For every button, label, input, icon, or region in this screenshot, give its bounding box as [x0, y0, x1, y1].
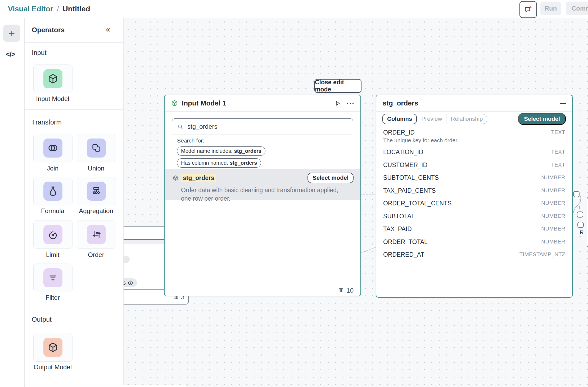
ai-assistant-button[interactable] — [519, 1, 537, 18]
breadcrumb: Visual Editor / Untitled — [8, 0, 90, 18]
column-row[interactable]: TAX_PAID_CENTS NUMBER — [376, 187, 572, 200]
operator-aggregation[interactable] — [77, 177, 116, 205]
operator-label: Input Model — [33, 95, 72, 103]
close-edit-mode-button[interactable]: Close edit mode — [314, 79, 361, 93]
schema-toolbar: Columns Preview Relationship Select mode… — [376, 112, 572, 126]
tab-preview[interactable]: Preview — [417, 114, 446, 124]
operator-limit[interactable] — [33, 220, 73, 249]
schema-node-header: stg_orders — [376, 95, 572, 112]
add-cell-button[interactable]: + — [3, 25, 20, 42]
breadcrumb-doc-title[interactable]: Untitled — [62, 5, 90, 13]
handle-label-right: R — [580, 229, 584, 236]
operator-output-model[interactable] — [33, 333, 73, 362]
column-row[interactable]: LOCATION_ID TEXT — [376, 149, 572, 162]
operator-label: Order — [77, 251, 115, 259]
divider — [24, 109, 123, 110]
select-model-button[interactable]: Select model — [307, 173, 354, 183]
search-icon — [177, 123, 184, 130]
column-row[interactable]: ORDER_ID TEXT The unique key for each or… — [376, 129, 572, 149]
operators-panel: Operators « Input Input Model Transform — [24, 18, 124, 386]
input-node-header: Input Model 1 — [165, 95, 360, 112]
collapse-minus-icon[interactable] — [560, 103, 566, 104]
limit-gauge-icon — [43, 225, 62, 244]
collapse-panel-icon[interactable]: « — [106, 25, 110, 34]
operator-filter[interactable] — [33, 264, 73, 292]
column-row[interactable]: SUBTOTAL NUMBER — [376, 213, 572, 226]
order-sort-icon — [87, 225, 106, 244]
tab-relationship[interactable]: Relationship — [446, 114, 487, 124]
column-row[interactable]: ORDER_TOTAL NUMBER — [376, 238, 572, 251]
cube-icon — [171, 100, 178, 107]
search-for-label: Search for: — [177, 137, 348, 144]
search-row — [172, 119, 353, 135]
column-description: The unique key for each order. — [383, 137, 565, 144]
input-node-title: Input Model 1 — [182, 99, 330, 107]
top-bar: Visual Editor / Untitled Run Comm — [0, 0, 588, 18]
breadcrumb-app[interactable]: Visual Editor — [8, 5, 53, 13]
search-result-row[interactable]: stg_orders Select model Order data with … — [165, 169, 360, 200]
divider — [24, 309, 123, 309]
operator-label: Filter — [33, 294, 72, 301]
tab-columns[interactable]: Columns — [382, 114, 417, 124]
result-model-description: Order data with basic cleaning and trans… — [181, 186, 348, 203]
run-node-icon[interactable] — [334, 100, 341, 107]
cube-icon — [43, 338, 62, 357]
columns-count-icon — [338, 287, 344, 293]
operators-title: Operators — [32, 26, 65, 34]
bottom-drawer-edge[interactable] — [24, 385, 187, 387]
code-view-icon[interactable]: </> — [6, 50, 15, 58]
operator-formula[interactable] — [33, 177, 73, 205]
column-row[interactable]: ORDERED_AT TIMESTAMP_NTZ — [376, 251, 572, 264]
input-node-footer: 10 — [165, 285, 360, 296]
operator-order[interactable] — [77, 220, 116, 249]
input-node-column-count: 10 — [346, 287, 354, 294]
column-row[interactable]: SUBTOTAL_CENTS NUMBER — [376, 174, 572, 187]
run-button[interactable]: Run — [540, 2, 561, 15]
offscreen-node-edge — [587, 196, 588, 248]
chat-sparkle-icon — [524, 5, 533, 14]
filter-icon — [43, 268, 62, 287]
suggestion-chip-has-column[interactable]: Has column named: stg_orders — [177, 158, 261, 168]
suggestion-chip-model-name[interactable]: Model name includes: stg_orders — [177, 146, 265, 156]
operator-label: Formula — [33, 207, 72, 215]
node-menu-icon[interactable] — [347, 102, 354, 104]
aggregation-icon — [87, 182, 106, 201]
info-icon — [128, 280, 133, 286]
section-label-transform: Transform — [32, 118, 62, 126]
commit-button[interactable]: Comm — [566, 2, 588, 15]
breadcrumb-separator: / — [57, 5, 59, 13]
operator-input-model[interactable] — [33, 64, 73, 93]
model-search-input[interactable] — [187, 123, 348, 131]
section-label-input: Input — [32, 49, 47, 57]
column-list: ORDER_ID TEXT The unique key for each or… — [376, 129, 572, 264]
operator-label: Union — [77, 165, 115, 172]
input-model-node[interactable]: Input Model 1 Search for: — [164, 95, 361, 296]
section-label-output: Output — [32, 316, 52, 323]
operator-label: Aggregation — [77, 207, 115, 215]
operator-label: Output Model — [33, 363, 72, 371]
operator-label: Limit — [33, 251, 72, 259]
operator-label: Join — [33, 165, 72, 172]
column-row[interactable]: CUSTOMER_ID TEXT — [376, 162, 572, 174]
connection-handle-left[interactable] — [577, 211, 583, 218]
formula-flask-icon — [43, 182, 62, 201]
column-row[interactable]: ORDER_TOTAL_CENTS NUMBER — [376, 200, 572, 213]
operator-join[interactable] — [33, 134, 73, 162]
schema-node-title: stg_orders — [383, 99, 556, 107]
union-icon — [87, 139, 106, 158]
handle-label-left: L — [578, 205, 581, 211]
select-model-button[interactable]: Select model — [518, 113, 566, 125]
cube-icon — [173, 175, 179, 181]
connection-handle[interactable] — [573, 191, 580, 197]
column-row[interactable]: TAX_PAID NUMBER — [376, 225, 572, 238]
visual-editor-app: ns 3 L R Close edit mode — [0, 0, 588, 387]
connection-handle-right[interactable] — [577, 222, 584, 228]
result-model-name: stg_orders — [181, 174, 216, 182]
operator-union[interactable] — [77, 134, 116, 162]
cube-icon — [43, 69, 62, 88]
left-rail: + </> — [0, 18, 25, 387]
join-icon — [43, 139, 62, 158]
schema-tabs: Columns Preview Relationship — [383, 114, 487, 124]
divider — [24, 42, 123, 43]
schema-node[interactable]: stg_orders Columns Preview Relationship … — [376, 95, 573, 298]
